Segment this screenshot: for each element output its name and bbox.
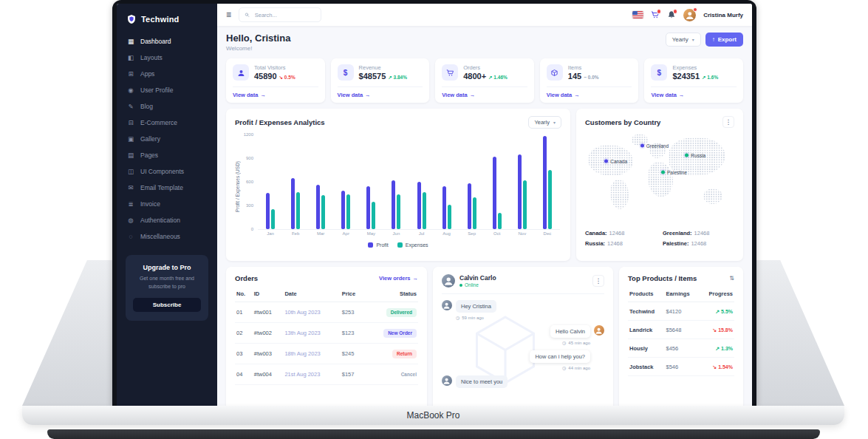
chart-column-sep: Sep bbox=[459, 135, 485, 239]
brand-name: Techwind bbox=[141, 15, 180, 24]
chat-message-body: How can i help you?◷44 min ago bbox=[530, 350, 590, 370]
search-input[interactable] bbox=[253, 11, 315, 19]
chat-avatar bbox=[594, 325, 604, 336]
sidebar-item-layouts[interactable]: ◧Layouts bbox=[117, 50, 217, 66]
view-data-link[interactable]: View data→ bbox=[233, 86, 318, 103]
stat-cards: Total Visitors45890↘ 0.5%View data→$Reve… bbox=[226, 58, 743, 103]
sidebar-item-authentication[interactable]: ◍Authentication bbox=[117, 212, 217, 228]
sidebar-item-label: Invoice bbox=[140, 200, 160, 208]
stat-card-header: $Revenue$48575↗ 3.84% bbox=[338, 64, 423, 81]
bar-expenses-feb bbox=[296, 192, 300, 229]
sidebar-item-blog[interactable]: ✎Blog bbox=[117, 98, 217, 115]
sidebar-item-invoice[interactable]: ≣Invoice bbox=[117, 196, 217, 212]
ui-components-icon: ◫ bbox=[127, 168, 134, 175]
map-marker-label: Greenland bbox=[646, 143, 669, 148]
bar-profit-aug bbox=[442, 186, 446, 229]
online-dot-icon bbox=[459, 284, 462, 287]
period-select[interactable]: Yearly ▾ bbox=[666, 33, 701, 47]
map-legend-item-greenland: Greenland:12468 bbox=[663, 230, 734, 236]
view-data-link[interactable]: View data→ bbox=[442, 86, 527, 103]
us-flag-icon[interactable] bbox=[632, 11, 643, 18]
export-button[interactable]: ↑ Export bbox=[705, 33, 743, 47]
sidebar-item-label: E-Commerce bbox=[140, 119, 177, 126]
stat-info: Total Visitors45890↘ 0.5% bbox=[254, 64, 295, 81]
chat-message-body: Nice to meet you bbox=[456, 375, 508, 388]
bar-profit-mar bbox=[316, 185, 320, 229]
view-orders-link[interactable]: View orders → bbox=[379, 275, 418, 282]
legend-label: Profit bbox=[376, 242, 388, 248]
stat-info: Revenue$48575↗ 3.84% bbox=[359, 64, 407, 81]
layouts-icon: ◧ bbox=[127, 54, 134, 61]
sidebar-item-gallery[interactable]: ▣Gallery bbox=[117, 131, 217, 147]
chat-message-time: ◷45 min ago bbox=[562, 340, 590, 345]
stat-value: 145~ 0.0% bbox=[568, 72, 599, 81]
page-subtitle: Welcome! bbox=[226, 45, 290, 52]
stat-card-expenses: $Expenses$24351↗ 1.6%View data→ bbox=[644, 58, 743, 103]
chat-bubble: How can i help you? bbox=[530, 350, 590, 363]
sidebar-item-ui-components[interactable]: ◫UI Components bbox=[117, 163, 217, 180]
menu-icon[interactable]: ≡ bbox=[226, 10, 231, 19]
macbook-mockup: Techwind ▦Dashboard◧Layouts⊞Apps◉User Pr… bbox=[0, 0, 868, 439]
y-tick-label: 600 bbox=[242, 180, 253, 184]
stat-value-number: 145 bbox=[568, 72, 581, 81]
view-data-link[interactable]: View data→ bbox=[651, 86, 737, 103]
column-header-no: No. bbox=[235, 286, 253, 302]
sidebar-item-dashboard[interactable]: ▦Dashboard bbox=[117, 33, 217, 50]
orders-title: Orders bbox=[235, 274, 258, 282]
topbar: ≡ Cristina Murfy bbox=[217, 4, 752, 26]
chart-column-apr: Apr bbox=[333, 135, 358, 239]
avatar-image bbox=[594, 325, 604, 336]
sidebar-item-miscellaneous[interactable]: ◌Miscellaneous bbox=[117, 228, 217, 245]
arrow-right-icon: → bbox=[260, 92, 266, 98]
view-data-label: View data bbox=[338, 92, 363, 98]
bar-profit-jan bbox=[266, 193, 270, 229]
chart-period-select[interactable]: Yearly ▾ bbox=[528, 116, 561, 129]
sidebar-item-pages[interactable]: ▤Pages bbox=[117, 147, 217, 163]
cart-icon[interactable] bbox=[651, 10, 660, 19]
charts-row: Profit / Expenses Analytics Yearly ▾ Pro… bbox=[226, 109, 743, 261]
stat-label: Revenue bbox=[359, 64, 407, 71]
product-name: Jobstack bbox=[628, 358, 664, 376]
users-icon bbox=[237, 69, 245, 77]
bar-group bbox=[518, 135, 527, 229]
chat-menu-icon[interactable]: ⋮ bbox=[592, 275, 604, 287]
stat-card-orders: Orders4800+↗ 1.46%View data→ bbox=[435, 58, 534, 103]
view-data-link[interactable]: View data→ bbox=[338, 86, 423, 103]
stat-delta: ~ 0.0% bbox=[584, 75, 598, 80]
time-text: 59 min ago bbox=[462, 316, 484, 320]
order-row: 02#tw00213th Aug 2023$123New Order bbox=[235, 323, 418, 344]
product-progress: ↗ 5.5% bbox=[699, 302, 734, 321]
export-label: Export bbox=[718, 36, 737, 43]
order-id: #tw004 bbox=[253, 364, 284, 385]
brand[interactable]: Techwind bbox=[117, 10, 217, 33]
sidebar-item-user-profile[interactable]: ◉User Profile bbox=[117, 82, 217, 98]
chat-messages: Hey Cristina◷59 min agoHello Calvin◷45 m… bbox=[442, 300, 604, 388]
subscribe-button[interactable]: Subscribe bbox=[133, 298, 201, 312]
sort-icon[interactable]: ⇅ bbox=[729, 275, 734, 282]
chat-avatar bbox=[442, 300, 452, 310]
sidebar-item-e-commerce[interactable]: ⊟E-Commerce bbox=[117, 115, 217, 131]
profit-expenses-chart-card: Profit / Expenses Analytics Yearly ▾ Pro… bbox=[226, 109, 570, 261]
bar-profit-jun bbox=[392, 180, 395, 229]
sidebar-item-apps[interactable]: ⊞Apps bbox=[117, 66, 217, 82]
view-data-link[interactable]: View data→ bbox=[547, 86, 632, 103]
sidebar-item-label: Miscellaneous bbox=[140, 233, 180, 240]
progress-value: ↗ 1.3% bbox=[715, 346, 733, 351]
status-badge: Cancel bbox=[397, 370, 417, 379]
bell-icon[interactable] bbox=[667, 10, 676, 19]
bar-expenses-nov bbox=[523, 180, 527, 229]
avatar-image bbox=[442, 274, 455, 287]
progress-value: ↘ 1.54% bbox=[712, 364, 733, 370]
world-map: CanadaGreenlandRussiaPalestine bbox=[585, 132, 734, 220]
order-row: 01#tw00110th Aug 2023$253Delivered bbox=[235, 302, 418, 323]
stat-card-header: Total Visitors45890↘ 0.5% bbox=[233, 64, 318, 81]
search-icon bbox=[245, 12, 250, 18]
column-header-earnings: Earnings bbox=[664, 286, 699, 302]
chart-column-oct: Oct bbox=[485, 135, 510, 239]
product-name: Techwind bbox=[628, 302, 664, 321]
map-marker-dot bbox=[640, 143, 644, 147]
kebab-menu-icon[interactable]: ⋮ bbox=[722, 116, 734, 128]
user-avatar[interactable] bbox=[683, 9, 696, 21]
sidebar-item-email-template[interactable]: ✉Email Template bbox=[117, 180, 217, 196]
map-marker-canada: Canada bbox=[604, 158, 627, 163]
